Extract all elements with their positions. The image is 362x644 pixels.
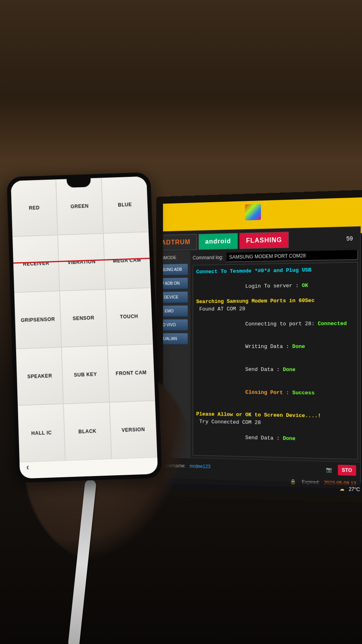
back-chevron-icon[interactable]: ‹ bbox=[26, 462, 29, 473]
tab-counter: 59 bbox=[346, 235, 358, 242]
test-sub-key[interactable]: SUB KEY bbox=[62, 346, 109, 404]
btn-to-device[interactable]: O DEVICE bbox=[163, 291, 188, 303]
weather-icon bbox=[339, 486, 346, 492]
flashing-tool-window: EADTRUM android FLASHING 59 G TESMODE AM… bbox=[163, 226, 361, 483]
tab-flashing[interactable]: FLASHING bbox=[239, 232, 289, 249]
log-output[interactable]: Connect To Tesmode *#0*# and Plug USB Lo… bbox=[193, 262, 358, 460]
log-line: Writing Data : Done bbox=[196, 335, 354, 359]
tab-spreadtrum[interactable]: EADTRUM bbox=[163, 234, 197, 251]
hw-test-grid: RED GREEN BLUE RECEIVER VIBRATION MEGA C… bbox=[11, 176, 158, 479]
test-mega-cam[interactable]: MEGA CAM bbox=[103, 232, 151, 290]
test-hall-ic[interactable]: HALL IC bbox=[18, 404, 66, 462]
test-black[interactable]: BLACK bbox=[64, 402, 112, 461]
test-front-cam[interactable]: FRONT CAM bbox=[107, 344, 155, 402]
log-line: Send Data : Done bbox=[196, 358, 354, 382]
winrar-icon[interactable] bbox=[245, 204, 261, 220]
test-touch[interactable]: TOUCH bbox=[105, 288, 153, 346]
tab-android[interactable]: android bbox=[199, 233, 238, 250]
test-blue[interactable]: BLUE bbox=[101, 176, 149, 234]
test-speaker[interactable]: SPEAKER bbox=[16, 347, 64, 406]
phone-screen[interactable]: RED GREEN BLUE RECEIVER VIBRATION MEGA C… bbox=[11, 176, 158, 479]
log-line: Send Data : Done bbox=[196, 426, 354, 452]
btn-demo[interactable]: EMO bbox=[163, 305, 188, 317]
log-line: Login To server : OK bbox=[196, 273, 354, 298]
test-red[interactable]: RED bbox=[11, 179, 58, 236]
stop-button[interactable]: STO bbox=[338, 464, 356, 476]
btn-jualian[interactable]: JUALIAN bbox=[163, 333, 188, 345]
command-log-port[interactable] bbox=[226, 250, 358, 262]
command-log-label: Command log: bbox=[193, 255, 223, 261]
test-gripsensor[interactable]: GRIPSENSOR bbox=[14, 291, 62, 349]
test-sensor[interactable]: SENSOR bbox=[60, 289, 107, 347]
btn-to-vivo[interactable]: O VIVO bbox=[163, 319, 188, 331]
log-line: Connecting to port 28: Connected bbox=[196, 312, 354, 336]
test-version[interactable]: VERSION bbox=[110, 401, 157, 459]
test-receiver[interactable]: RECEIVER bbox=[12, 235, 60, 292]
log-panel: Command log: Connect To Tesmode *#0*# an… bbox=[190, 247, 360, 462]
btn-samsung-adb[interactable]: AMSUNG ADB bbox=[163, 263, 188, 275]
weather-temp: 27°C bbox=[349, 486, 360, 492]
btn-frp-adb-on[interactable]: RP ADB ON bbox=[163, 277, 188, 290]
test-vibration[interactable]: VIBRATION bbox=[58, 233, 105, 291]
smartphone-device: RED GREEN BLUE RECEIVER VIBRATION MEGA C… bbox=[6, 172, 162, 483]
camera-icon[interactable] bbox=[326, 467, 333, 473]
photo-scene: EADTRUM android FLASHING 59 G TESMODE AM… bbox=[0, 0, 362, 644]
side-section-label: G TESMODE bbox=[163, 253, 188, 262]
desktop-background: EADTRUM android FLASHING 59 G TESMODE AM… bbox=[163, 197, 362, 495]
log-line: Closing Port : Success bbox=[196, 381, 354, 405]
